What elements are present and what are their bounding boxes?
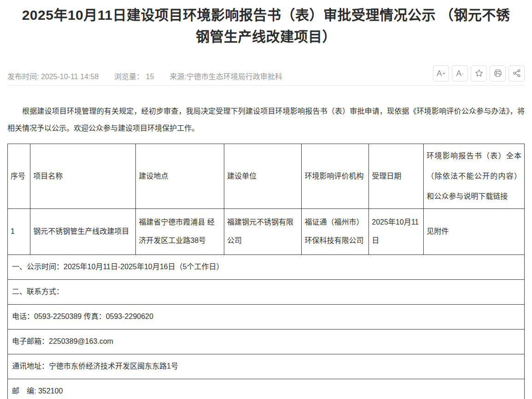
table-header-row: 序号 项目名称 建设地点 建设单位 环境影响评价机构 受理日期 环境影响报告书（… <box>8 144 525 208</box>
table-header-location: 建设地点 <box>136 144 224 208</box>
row-postcode: 邮 编: 352100 <box>8 379 525 399</box>
table-header-project-name: 项目名称 <box>30 144 136 208</box>
printer-icon <box>493 69 503 78</box>
approval-table: 序号 项目名称 建设地点 建设单位 环境影响评价机构 受理日期 环境影响报告书（… <box>7 144 525 399</box>
meta-info: 发布时间: 2025-10-11 14:58 浏览量： 15 来源:宁德市生态环… <box>7 65 282 81</box>
plus-sign: + <box>442 71 445 76</box>
row-publicity-period: 一、公示时间：2025年10月11日-2025年10月16日（5个工作日） <box>8 254 525 279</box>
share-icon <box>512 69 521 78</box>
table-row: 1 钢元不锈钢管生产线改建项目 福建省宁德市霞浦县 经济开发区工业路38号 福建… <box>8 208 525 254</box>
table-row: 电话：0593-2250389 传真：0593-2290620 <box>8 304 525 329</box>
table-row: 电子邮箱：2250389@163.com <box>8 329 525 354</box>
cell-constructor: 福建钢元不锈钢有限公司 <box>224 208 302 254</box>
table-header-index: 序号 <box>8 144 30 208</box>
print-button[interactable] <box>490 65 506 81</box>
font-letter: A <box>456 69 461 77</box>
table-row: 通讯地址：宁德市东侨经济技术开发区闽东东路1号 <box>8 354 525 379</box>
table-row: 一、公示时间：2025年10月11日-2025年10月16日（5个工作日） <box>8 254 525 279</box>
row-email: 电子邮箱：2250389@163.com <box>8 329 525 354</box>
favorite-button[interactable] <box>471 65 487 81</box>
cell-index: 1 <box>8 208 30 254</box>
table-header-download-link: 环境影响报告书（表）全本（除依法不能公开的内容）和公众参与说明下载链接 <box>424 144 525 208</box>
article-toolbar: A+ A- <box>433 65 525 81</box>
divider <box>7 85 525 86</box>
cell-attachment: 见附件 <box>424 208 525 254</box>
cell-location: 福建省宁德市霞浦县 经济开发区工业路38号 <box>136 208 224 254</box>
intro-paragraph: 根据建设项目环境管理的有关规定，经初步审查，我局决定受理下列建设项目环境影响报告… <box>7 103 525 137</box>
source-label: 来源:宁德市生态环境局行政审批科 <box>170 70 282 81</box>
row-contact-heading: 二、联系方式： <box>8 279 525 304</box>
minus-sign: - <box>462 71 464 76</box>
font-increase-button[interactable]: A+ <box>433 65 449 81</box>
row-postal-address: 通讯地址：宁德市东侨经济技术开发区闽东东路1号 <box>8 354 525 379</box>
star-icon <box>474 69 484 78</box>
row-phone-fax: 电话：0593-2250389 传真：0593-2290620 <box>8 304 525 329</box>
font-decrease-button[interactable]: A- <box>452 65 468 81</box>
publish-time: 发布时间: 2025-10-11 14:58 <box>7 70 99 81</box>
font-letter: A <box>437 69 442 77</box>
cell-eia-agency: 福证通（福州市）环保科技有限公司 <box>302 208 369 254</box>
table-row: 二、联系方式： <box>8 279 525 304</box>
page-title: 2025年10月11日建设项目环境影响报告书（表）审批受理情况公示 （钢元不锈钢… <box>18 5 514 47</box>
table-header-eia-agency: 环境影响评价机构 <box>302 144 369 208</box>
table-header-acceptance-date: 受理日期 <box>369 144 424 208</box>
meta-bar: 发布时间: 2025-10-11 14:58 浏览量： 15 来源:宁德市生态环… <box>7 65 525 81</box>
cell-project-name: 钢元不锈钢管生产线改建项目 <box>30 208 136 254</box>
table-header-constructor: 建设单位 <box>224 144 302 208</box>
cell-acceptance-date: 2025年10月11日 <box>369 208 424 254</box>
table-row: 邮 编: 352100 <box>8 379 525 399</box>
article-page: 2025年10月11日建设项目环境影响报告书（表）审批受理情况公示 （钢元不锈钢… <box>0 5 532 399</box>
view-count: 浏览量： 15 <box>114 70 154 81</box>
share-button[interactable] <box>509 65 525 81</box>
